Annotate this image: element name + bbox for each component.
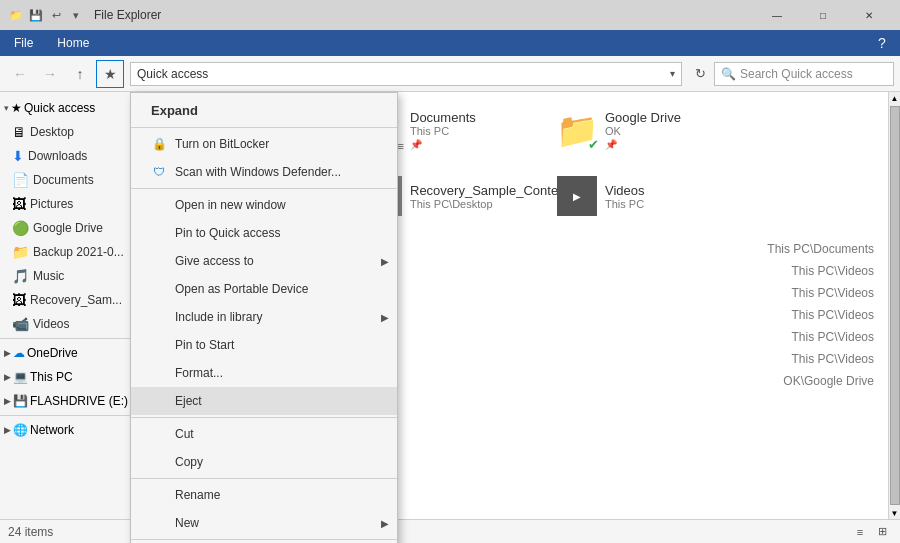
folder-googledrive-name: Google Drive	[605, 110, 728, 125]
sidebar-item-documents[interactable]: 📄 Documents	[8, 168, 149, 192]
file-menu-button[interactable]: File	[4, 32, 43, 54]
ctx-give-access[interactable]: Give access to ▶	[131, 247, 397, 275]
cut-icon	[151, 426, 167, 442]
home-tab[interactable]: Home	[47, 32, 99, 54]
view-icons: ≡ ⊞	[850, 522, 892, 542]
sidebar-item-pictures[interactable]: 🖼 Pictures	[8, 192, 149, 216]
forward-button[interactable]: →	[36, 60, 64, 88]
folder-videos-info: Videos This PC	[605, 183, 728, 210]
refresh-button[interactable]: ↻	[688, 62, 712, 86]
ctx-pin-start[interactable]: Pin to Start	[131, 331, 397, 359]
sidebar-pictures-label: Pictures	[30, 197, 73, 211]
maximize-button[interactable]: □	[800, 0, 846, 30]
flashdrive-label: FLASHDRIVE (E:)	[30, 394, 128, 408]
ctx-open-window-label: Open in new window	[175, 198, 286, 212]
folder-videos-icon-wrapper: ▶	[557, 176, 597, 216]
search-input[interactable]: Search Quick access	[740, 67, 853, 81]
ctx-expand[interactable]: Expand	[131, 95, 397, 125]
ctx-include-library-label: Include in library	[175, 310, 262, 324]
flashdrive-icon: 💾	[13, 394, 28, 408]
close-button[interactable]: ✕	[846, 0, 892, 30]
copy-icon	[151, 454, 167, 470]
folder-recovery-name: Recovery_Sample_Content	[410, 183, 569, 198]
minimize-button[interactable]: —	[754, 0, 800, 30]
sidebar-item-googledrive[interactable]: 🟢 Google Drive	[8, 216, 149, 240]
this-pc-section[interactable]: ▶ 💻 This PC	[0, 365, 149, 389]
quick-access-chevron: ▾	[4, 103, 9, 113]
ctx-defender[interactable]: 🛡 Scan with Windows Defender...	[131, 158, 397, 186]
ctx-rename[interactable]: Rename	[131, 481, 397, 509]
sidebar: ▾ ★ Quick access 🖥 Desktop ⬇ Downloads 📄…	[0, 92, 150, 519]
rename-icon	[151, 487, 167, 503]
ctx-pin-quickaccess[interactable]: Pin to Quick access	[131, 219, 397, 247]
scroll-thumb[interactable]	[890, 106, 900, 505]
sidebar-item-recovery[interactable]: 🖼 Recovery_Sam...	[8, 288, 149, 312]
new-icon	[151, 515, 167, 531]
ctx-new[interactable]: New ▶	[131, 509, 397, 537]
onedrive-icon: ☁	[13, 346, 25, 360]
downloads-icon: ⬇	[12, 148, 24, 164]
ctx-defender-label: Scan with Windows Defender...	[175, 165, 341, 179]
library-arrow: ▶	[381, 312, 389, 323]
scrollbar[interactable]: ▲ ▼	[888, 92, 900, 519]
help-button[interactable]: ?	[868, 29, 896, 57]
ctx-open-portable[interactable]: Open as Portable Device	[131, 275, 397, 303]
new-arrow: ▶	[381, 518, 389, 529]
quick-access-label: Quick access	[24, 101, 95, 115]
flashdrive-chevron: ▶	[4, 396, 11, 406]
details-view-button[interactable]: ≡	[850, 522, 870, 542]
library-icon	[151, 309, 167, 325]
ctx-cut[interactable]: Cut	[131, 420, 397, 448]
desktop-icon: 🖥	[12, 124, 26, 140]
ctx-eject[interactable]: Eject	[131, 387, 397, 415]
ctx-copy[interactable]: Copy	[131, 448, 397, 476]
undo-icon: ↩	[48, 7, 64, 23]
sidebar-downloads-label: Downloads	[28, 149, 87, 163]
folder-videos-sub: This PC	[605, 198, 728, 210]
ctx-sep-4	[131, 478, 397, 479]
save-icon: 💾	[28, 7, 44, 23]
tiles-view-button[interactable]: ⊞	[872, 522, 892, 542]
folder-recovery-sub: This PC\Desktop	[410, 198, 569, 210]
thispc-chevron: ▶	[4, 372, 11, 382]
sidebar-item-music[interactable]: 🎵 Music	[8, 264, 149, 288]
folder-googledrive-pin: 📌	[605, 139, 728, 150]
quick-access-section[interactable]: ▾ ★ Quick access	[0, 96, 149, 120]
scroll-up-button[interactable]: ▲	[889, 92, 901, 104]
onedrive-chevron: ▶	[4, 348, 11, 358]
ctx-bitlocker-label: Turn on BitLocker	[175, 137, 269, 151]
scroll-down-button[interactable]: ▼	[889, 507, 901, 519]
sidebar-item-backup[interactable]: 📁 Backup 2021-0...	[8, 240, 149, 264]
pin-button[interactable]: ★	[96, 60, 124, 88]
sidebar-item-videos[interactable]: 📹 Videos	[8, 312, 149, 336]
file-location-3: This PC\Videos	[674, 308, 874, 322]
back-button[interactable]: ←	[6, 60, 34, 88]
sidebar-item-downloads[interactable]: ⬇ Downloads	[8, 144, 149, 168]
recovery-icon: 🖼	[12, 292, 26, 308]
address-bar[interactable]: Quick access ▾	[130, 62, 682, 86]
computer-icon: 💻	[13, 370, 28, 384]
search-box[interactable]: 🔍 Search Quick access	[714, 62, 894, 86]
sidebar-videos-label: Videos	[33, 317, 69, 331]
ctx-eject-label: Eject	[175, 394, 202, 408]
folder-videos[interactable]: ▶ Videos This PC	[550, 168, 735, 224]
title-bar: 📁 💾 ↩ ▾ File Explorer — □ ✕	[0, 0, 900, 30]
defender-icon: 🛡	[151, 164, 167, 180]
main-layout: ▾ ★ Quick access 🖥 Desktop ⬇ Downloads 📄…	[0, 92, 900, 519]
ctx-sep-1	[131, 127, 397, 128]
ctx-include-library[interactable]: Include in library ▶	[131, 303, 397, 331]
flashdrive-section[interactable]: ▶ 💾 FLASHDRIVE (E:)	[0, 389, 149, 413]
titlebar-chevron: ▾	[68, 7, 84, 23]
up-button[interactable]: ↑	[66, 60, 94, 88]
onedrive-section[interactable]: ▶ ☁ OneDrive	[0, 341, 149, 365]
sidebar-item-desktop[interactable]: 🖥 Desktop	[8, 120, 149, 144]
network-section[interactable]: ▶ 🌐 Network	[0, 418, 149, 442]
ctx-open-portable-label: Open as Portable Device	[175, 282, 308, 296]
ctx-format[interactable]: Format...	[131, 359, 397, 387]
folder-googledrive[interactable]: 📁 ✔ Google Drive OK 📌	[550, 102, 735, 158]
ctx-open-window[interactable]: Open in new window	[131, 191, 397, 219]
sidebar-documents-label: Documents	[33, 173, 94, 187]
ctx-bitlocker[interactable]: 🔒 Turn on BitLocker	[131, 130, 397, 158]
sidebar-music-label: Music	[33, 269, 64, 283]
folder-documents-info: Documents This PC 📌	[410, 110, 533, 150]
